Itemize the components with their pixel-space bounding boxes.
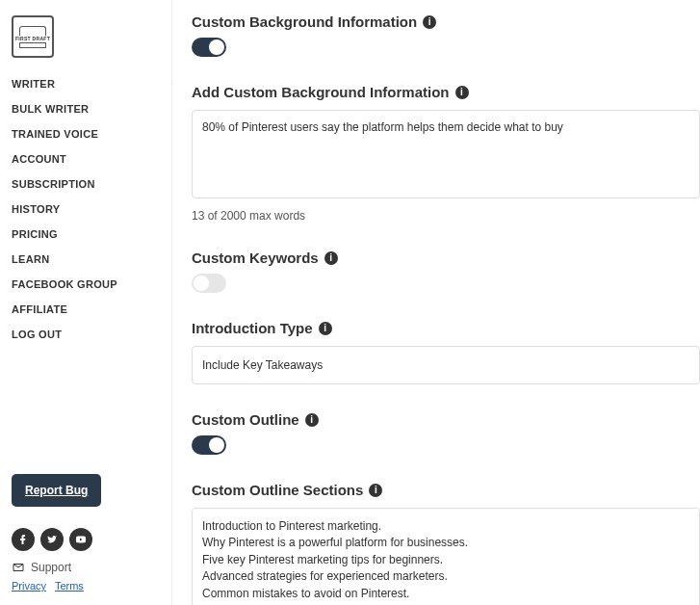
info-icon[interactable]: i: [324, 251, 338, 265]
support-label: Support: [31, 561, 71, 574]
sidebar: FIRST DRAFT WRITER BULK WRITER TRAINED V…: [0, 0, 171, 605]
custom-bg-label: Custom Background Information: [192, 13, 417, 30]
report-bug-button[interactable]: Report Bug: [12, 474, 101, 507]
info-icon[interactable]: i: [319, 322, 332, 335]
info-icon[interactable]: i: [423, 15, 436, 29]
social-links: [12, 528, 160, 551]
nav-affiliate[interactable]: AFFILIATE: [12, 297, 160, 322]
twitter-icon[interactable]: [40, 528, 64, 551]
nav-facebook-group[interactable]: FACEBOOK GROUP: [12, 272, 160, 297]
sidebar-nav: WRITER BULK WRITER TRAINED VOICE ACCOUNT…: [12, 71, 160, 347]
nav-account[interactable]: ACCOUNT: [12, 146, 160, 171]
nav-pricing[interactable]: PRICING: [12, 222, 160, 247]
intro-type-select[interactable]: Include Key Takeaways: [192, 346, 700, 384]
intro-type-label: Introduction Type: [192, 320, 313, 336]
youtube-icon[interactable]: [69, 528, 92, 551]
custom-outline-sections-label: Custom Outline Sections: [192, 482, 363, 498]
custom-outline-label: Custom Outline: [192, 411, 299, 428]
envelope-icon: [12, 562, 25, 573]
nav-subscription[interactable]: SUBSCRIPTION: [12, 171, 160, 197]
info-icon[interactable]: i: [455, 86, 469, 99]
custom-bg-toggle[interactable]: [192, 38, 226, 57]
intro-type-title: Introduction Type i: [192, 320, 700, 336]
custom-bg-textarea[interactable]: [192, 110, 700, 198]
nav-learn[interactable]: LEARN: [12, 247, 160, 272]
custom-keywords-title: Custom Keywords i: [192, 250, 700, 266]
nav-trained-voice[interactable]: TRAINED VOICE: [12, 121, 160, 146]
nav-writer[interactable]: WRITER: [12, 71, 160, 96]
bg-word-count: 13 of 2000 max words: [192, 209, 700, 223]
privacy-link[interactable]: Privacy: [12, 580, 46, 592]
info-icon[interactable]: i: [369, 484, 382, 497]
custom-outline-toggle[interactable]: [192, 435, 226, 455]
support-link[interactable]: Support: [12, 561, 160, 574]
custom-bg-title: Custom Background Information i: [192, 13, 700, 30]
terms-link[interactable]: Terms: [55, 580, 84, 592]
nav-bulk-writer[interactable]: BULK WRITER: [12, 96, 160, 121]
logo[interactable]: FIRST DRAFT: [12, 15, 54, 58]
info-icon[interactable]: i: [305, 413, 319, 427]
nav-history[interactable]: HISTORY: [12, 197, 160, 222]
legal-links: Privacy Terms: [12, 580, 160, 592]
custom-keywords-toggle[interactable]: [192, 274, 226, 293]
facebook-icon[interactable]: [12, 528, 35, 551]
custom-outline-title: Custom Outline i: [192, 411, 700, 428]
add-custom-bg-label: Add Custom Background Information: [192, 84, 450, 100]
main-content: Custom Background Information i Add Cust…: [172, 0, 700, 605]
custom-outline-textarea[interactable]: [192, 508, 700, 605]
nav-log-out[interactable]: LOG OUT: [12, 322, 160, 347]
custom-outline-sections-title: Custom Outline Sections i: [192, 482, 700, 498]
custom-keywords-label: Custom Keywords: [192, 250, 319, 266]
add-custom-bg-title: Add Custom Background Information i: [192, 84, 700, 100]
